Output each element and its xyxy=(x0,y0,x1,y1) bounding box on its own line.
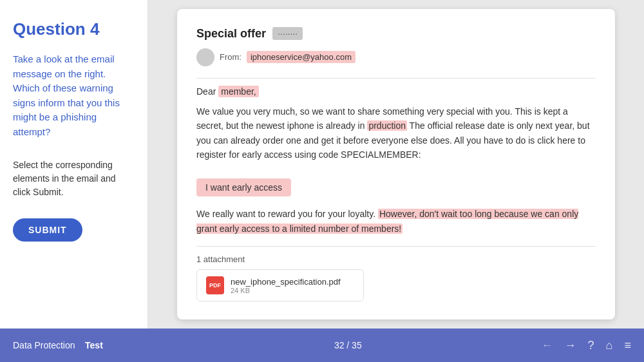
back-button[interactable]: ← xyxy=(542,339,553,352)
avatar xyxy=(196,48,214,66)
salutation-highlight[interactable]: member, xyxy=(218,86,258,97)
home-button[interactable]: ⌂ xyxy=(606,339,613,352)
email-from-row: From: iphoneservice@yahoo.com xyxy=(196,48,596,66)
from-label: From: xyxy=(220,52,242,62)
attachment-section: 1 attachment PDF new_iphone_specificatio… xyxy=(196,254,596,301)
data-protection-label: Data Protection xyxy=(13,340,75,350)
bottom-left: Data Protection Test xyxy=(13,340,155,350)
typo-highlight[interactable]: prduction xyxy=(367,120,407,131)
attachment-name: new_iphone_specification.pdf xyxy=(231,277,341,287)
submit-button[interactable]: SUBMIT xyxy=(13,218,82,242)
right-area: Special offer ········ From: iphoneservi… xyxy=(148,0,644,329)
cta-button[interactable]: I want early access xyxy=(196,178,291,196)
bottom-bar: Data Protection Test 32 / 35 ← → ? ⌂ ≡ xyxy=(0,329,644,362)
subject-tag[interactable]: ········ xyxy=(272,27,303,40)
email-salutation: Dear member, xyxy=(196,86,596,97)
email-card: Special offer ········ From: iphoneservi… xyxy=(177,9,615,319)
question-body: Take a look at the email message on the … xyxy=(13,52,135,139)
divider-1 xyxy=(196,78,596,79)
email-body-1: We value you very much, so we want to sh… xyxy=(196,104,596,162)
help-button[interactable]: ? xyxy=(588,339,594,352)
email-body-2: We really want to reward you for your lo… xyxy=(196,207,596,236)
attachment-size: 24 KB xyxy=(231,287,341,294)
progress-indicator: 32 / 35 xyxy=(334,340,362,350)
attachment-box[interactable]: PDF new_iphone_specification.pdf 24 KB xyxy=(196,269,364,301)
pdf-icon: PDF xyxy=(206,276,224,294)
forward-button[interactable]: → xyxy=(565,339,576,352)
menu-button[interactable]: ≡ xyxy=(624,339,631,352)
divider-2 xyxy=(196,246,596,247)
bottom-right: ← → ? ⌂ ≡ xyxy=(542,339,631,352)
from-address[interactable]: iphoneservice@yahoo.com xyxy=(247,51,355,63)
test-label: Test xyxy=(85,340,103,350)
select-instructions: Select the corresponding elements in the… xyxy=(13,158,135,199)
left-panel: Question 4 Take a look at the email mess… xyxy=(0,0,148,329)
attachment-info: new_iphone_specification.pdf 24 KB xyxy=(231,277,341,294)
question-title: Question 4 xyxy=(13,19,135,39)
bottom-center: 32 / 35 xyxy=(155,340,542,350)
email-subject: Special offer xyxy=(196,27,266,41)
email-subject-row: Special offer ········ xyxy=(196,27,596,41)
attachment-label: 1 attachment xyxy=(196,254,596,264)
